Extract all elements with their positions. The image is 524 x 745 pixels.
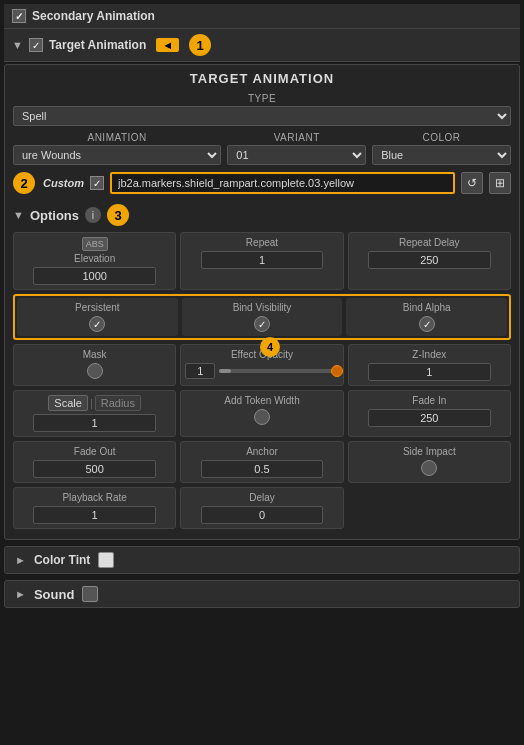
- persistent-checkbox[interactable]: [89, 316, 105, 332]
- type-select[interactable]: Spell: [13, 106, 511, 126]
- sound-label: Sound: [34, 587, 74, 602]
- divider-char: |: [90, 397, 93, 409]
- type-label: Type: [248, 93, 276, 104]
- animation-label: Animation: [87, 132, 146, 143]
- effect-opacity-track[interactable]: [219, 369, 338, 373]
- elevation-input[interactable]: 1000: [33, 267, 156, 285]
- collapse-arrow-target[interactable]: ▼: [12, 39, 23, 51]
- badge-1: 1: [189, 34, 211, 56]
- color-tint-row: ► Color Tint: [4, 546, 520, 574]
- avc-row: Animation ure Wounds Variant 01 Color Bl…: [5, 129, 519, 168]
- secondary-animation-checkbox[interactable]: [12, 9, 26, 23]
- main-container: Secondary Animation ▼ Target Animation ◄…: [0, 0, 524, 612]
- target-animation-title: Target Animation: [5, 65, 519, 90]
- playback-rate-field: Playback Rate 1: [13, 487, 176, 529]
- scale-input[interactable]: 1: [33, 414, 156, 432]
- options-collapse-arrow[interactable]: ▼: [13, 209, 24, 221]
- fade-out-label: Fade Out: [74, 446, 116, 457]
- z-index-field: Z-Index 1: [348, 344, 511, 386]
- fade-in-field: Fade In 250: [348, 390, 511, 437]
- custom-label: Custom: [43, 177, 84, 189]
- target-animation-panel: Target Animation Type Spell Animation ur…: [4, 64, 520, 540]
- options-row-2-highlighted: Persistent Bind Visibility Bind Alpha: [13, 294, 511, 340]
- scale-btn[interactable]: Scale: [48, 395, 88, 411]
- badge-3: 3: [107, 204, 129, 226]
- custom-input[interactable]: jb2a.markers.shield_rampart.complete.03.…: [110, 172, 455, 194]
- type-group: Type Spell: [13, 93, 511, 126]
- playback-rate-label: Playback Rate: [62, 492, 126, 503]
- arrow-badge: ◄: [156, 38, 179, 52]
- repeat-field: Repeat 1: [180, 232, 343, 290]
- effect-opacity-slider-row: 1: [185, 363, 338, 379]
- badge-4: 4: [260, 337, 280, 357]
- bind-alpha-checkbox[interactable]: [419, 316, 435, 332]
- custom-row: 2 Custom jb2a.markers.shield_rampart.com…: [5, 168, 519, 198]
- effect-opacity-fill: [219, 369, 231, 373]
- color-tint-label: Color Tint: [34, 553, 90, 567]
- options-row-4: Scale | Radius 1 Add Token Width Fade In…: [13, 390, 511, 437]
- fade-out-input[interactable]: 500: [33, 460, 156, 478]
- refresh-icon-btn[interactable]: ↺: [461, 172, 483, 194]
- mask-toggle[interactable]: [87, 363, 103, 379]
- mask-label: Mask: [83, 349, 107, 360]
- repeat-input[interactable]: 1: [201, 251, 324, 269]
- options-section: ▼ Options i 3 ABS Elevation 1000 Repeat …: [5, 198, 519, 535]
- repeat-delay-field: Repeat Delay 250: [348, 232, 511, 290]
- color-label: Color: [423, 132, 461, 143]
- options-row-5: Fade Out 500 Anchor 0.5 Side Impact: [13, 441, 511, 483]
- secondary-animation-header: Secondary Animation: [4, 4, 520, 29]
- add-token-width-label: Add Token Width: [224, 395, 299, 406]
- info-icon[interactable]: i: [85, 207, 101, 223]
- options-row-1: ABS Elevation 1000 Repeat 1 Repeat Delay…: [13, 232, 511, 290]
- sound-row: ► Sound: [4, 580, 520, 608]
- custom-checkbox[interactable]: [90, 176, 104, 190]
- animation-select[interactable]: ure Wounds: [13, 145, 221, 165]
- color-select[interactable]: Blue: [372, 145, 511, 165]
- target-animation-header: ▼ Target Animation ◄ 1: [4, 29, 520, 62]
- repeat-delay-label: Repeat Delay: [399, 237, 460, 248]
- anchor-label: Anchor: [246, 446, 278, 457]
- target-animation-checkbox[interactable]: [29, 38, 43, 52]
- delay-input[interactable]: 0: [201, 506, 324, 524]
- bind-visibility-label: Bind Visibility: [233, 302, 292, 313]
- add-token-width-toggle[interactable]: [254, 409, 270, 425]
- fade-in-label: Fade In: [412, 395, 446, 406]
- fade-in-input[interactable]: 250: [368, 409, 491, 427]
- options-header: ▼ Options i 3: [13, 204, 511, 226]
- bind-alpha-field: Bind Alpha: [346, 298, 507, 336]
- variant-label: Variant: [274, 132, 320, 143]
- side-impact-toggle[interactable]: [421, 460, 437, 476]
- fade-out-field: Fade Out 500: [13, 441, 176, 483]
- target-animation-label: Target Animation: [49, 38, 146, 52]
- side-impact-label: Side Impact: [403, 446, 456, 457]
- effect-opacity-thumb[interactable]: [331, 365, 343, 377]
- effect-opacity-input[interactable]: 1: [185, 363, 215, 379]
- z-index-label: Z-Index: [412, 349, 446, 360]
- z-index-input[interactable]: 1: [368, 363, 491, 381]
- color-tint-swatch[interactable]: [98, 552, 114, 568]
- anchor-field: Anchor 0.5: [180, 441, 343, 483]
- sound-checkbox[interactable]: [82, 586, 98, 602]
- repeat-delay-input[interactable]: 250: [368, 251, 491, 269]
- repeat-label: Repeat: [246, 237, 278, 248]
- badge-2: 2: [13, 172, 35, 194]
- bind-alpha-label: Bind Alpha: [403, 302, 451, 313]
- side-impact-field: Side Impact: [348, 441, 511, 483]
- elevation-label: Elevation: [74, 253, 115, 264]
- scale-radius-field: Scale | Radius 1: [13, 390, 176, 437]
- variant-group: Variant 01: [227, 132, 366, 165]
- anchor-input[interactable]: 0.5: [201, 460, 324, 478]
- effect-opacity-field: 4 Effect Opacity 1: [180, 344, 343, 386]
- options-row-3: Mask 4 Effect Opacity 1 Z-Index: [13, 344, 511, 386]
- color-tint-arrow[interactable]: ►: [15, 554, 26, 566]
- radius-btn[interactable]: Radius: [95, 395, 141, 411]
- database-icon-btn[interactable]: ⊞: [489, 172, 511, 194]
- secondary-animation-label: Secondary Animation: [32, 9, 155, 23]
- persistent-field: Persistent: [17, 298, 178, 336]
- color-group: Color Blue: [372, 132, 511, 165]
- playback-rate-input[interactable]: 1: [33, 506, 156, 524]
- variant-select[interactable]: 01: [227, 145, 366, 165]
- bind-visibility-checkbox[interactable]: [254, 316, 270, 332]
- animation-group: Animation ure Wounds: [13, 132, 221, 165]
- sound-arrow[interactable]: ►: [15, 588, 26, 600]
